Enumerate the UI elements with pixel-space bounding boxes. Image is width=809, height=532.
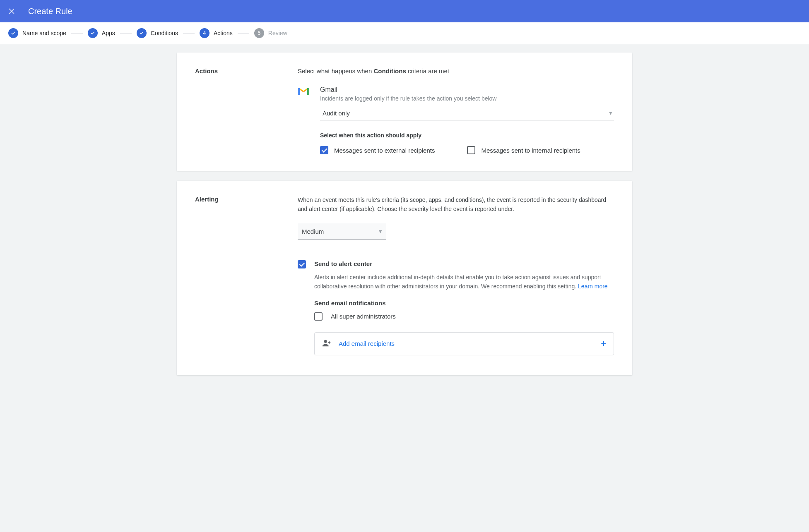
header-bar: Create Rule: [0, 0, 809, 22]
alerting-heading: Alerting: [195, 196, 298, 203]
svg-point-4: [324, 340, 327, 343]
page-title: Create Rule: [28, 7, 72, 16]
actions-heading: Actions: [195, 67, 298, 74]
checkbox-label: Messages sent to internal recipients: [481, 147, 580, 154]
add-recipients-label: Add email recipients: [339, 340, 395, 347]
action-select[interactable]: Audit only ▾: [320, 106, 614, 120]
step-label: Actions: [214, 30, 233, 36]
severity-select[interactable]: Medium ▾: [298, 223, 386, 240]
learn-more-link[interactable]: Learn more: [578, 283, 608, 290]
checkbox-external-recipients[interactable]: Messages sent to external recipients: [320, 146, 435, 154]
email-notifications-heading: Send email notifications: [314, 300, 614, 307]
step-number: 5: [254, 28, 264, 38]
checkbox-all-super-admins[interactable]: [314, 312, 323, 321]
intro-pre: Select what happens when: [298, 67, 373, 74]
checkbox-icon: [314, 312, 323, 321]
intro-post: criteria are met: [406, 67, 449, 74]
gmail-icon: [298, 87, 309, 96]
gmail-subtitle: Incidents are logged only if the rule ta…: [320, 95, 614, 102]
step-conditions[interactable]: Conditions: [137, 28, 178, 38]
check-icon: [88, 28, 98, 38]
send-alert-title: Send to alert center: [314, 260, 614, 267]
checkbox-icon: [298, 260, 306, 268]
step-divider: [120, 33, 132, 34]
send-alert-desc-text: Alerts in alert center include additiona…: [314, 274, 601, 290]
step-number: 4: [200, 28, 209, 38]
step-label: Review: [268, 30, 287, 36]
svg-rect-3: [307, 88, 309, 95]
checkbox-icon: [467, 146, 475, 154]
step-divider: [183, 33, 195, 34]
step-apps[interactable]: Apps: [88, 28, 115, 38]
check-icon: [137, 28, 147, 38]
checkbox-label: Messages sent to external recipients: [334, 147, 435, 154]
person-add-icon: [322, 338, 331, 349]
step-label: Apps: [102, 30, 115, 36]
alerting-description: When an event meets this rule's criteria…: [298, 196, 614, 213]
step-review: 5 Review: [254, 28, 287, 38]
actions-card: Actions Select what happens when Conditi…: [177, 53, 632, 171]
step-actions[interactable]: 4 Actions: [200, 28, 233, 38]
chevron-down-icon: ▾: [379, 228, 382, 235]
action-select-value: Audit only: [323, 110, 350, 117]
check-icon: [8, 28, 18, 38]
svg-rect-2: [298, 88, 300, 95]
checkbox-label: All super administrators: [331, 313, 396, 320]
checkbox-internal-recipients[interactable]: Messages sent to internal recipients: [467, 146, 580, 154]
plus-icon: +: [601, 338, 606, 349]
step-divider: [71, 33, 83, 34]
actions-intro: Select what happens when Conditions crit…: [298, 67, 614, 74]
stepper: Name and scope Apps Conditions 4 Actions…: [0, 22, 809, 44]
step-label: Name and scope: [22, 30, 66, 36]
checkbox-icon: [320, 146, 328, 154]
close-icon[interactable]: [7, 6, 17, 16]
intro-bold: Conditions: [373, 67, 406, 74]
step-label: Conditions: [151, 30, 178, 36]
alerting-card: Alerting When an event meets this rule's…: [177, 181, 632, 375]
severity-select-value: Medium: [302, 228, 324, 235]
send-alert-description: Alerts in alert center include additiona…: [314, 273, 614, 291]
apply-heading: Select when this action should apply: [320, 132, 614, 139]
step-name-and-scope[interactable]: Name and scope: [8, 28, 66, 38]
gmail-title: Gmail: [320, 86, 614, 93]
step-divider: [238, 33, 249, 34]
chevron-down-icon: ▾: [609, 109, 612, 117]
checkbox-send-alert-center[interactable]: [298, 260, 306, 268]
add-email-recipients-button[interactable]: Add email recipients +: [314, 332, 614, 355]
